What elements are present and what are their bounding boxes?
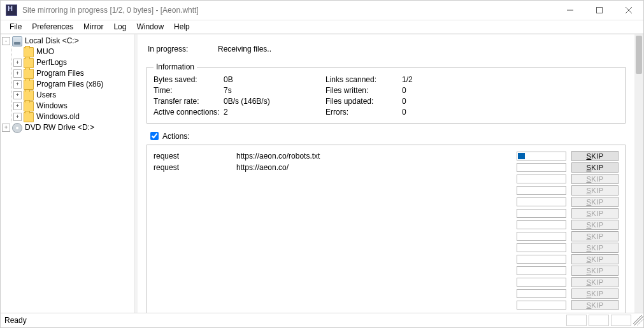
menu-preferences[interactable]: Preferences	[27, 21, 78, 32]
info-value: 0B/s (146B/s)	[224, 97, 326, 106]
folder-icon	[24, 69, 34, 79]
action-progressbar	[517, 255, 566, 264]
tree-item-folder[interactable]: +PerfLogs	[11, 57, 134, 68]
action-progressbar	[517, 301, 566, 310]
skip-button: SKIP	[571, 300, 619, 310]
information-groupbox: Information Bytes saved:0BLinks scanned:…	[147, 62, 626, 124]
action-row: SKIP	[154, 242, 619, 253]
menu-window[interactable]: Window	[131, 21, 169, 32]
action-progressbar	[517, 163, 566, 172]
info-value: 0	[402, 86, 440, 95]
resize-grip-icon[interactable]	[633, 315, 643, 325]
actions-toggle[interactable]: Actions:	[148, 130, 624, 142]
main-panel: In progress: Receiving files.. Informati…	[138, 34, 643, 313]
info-value: 7s	[224, 86, 326, 95]
tree-expander[interactable]: +	[13, 113, 22, 121]
skip-button: SKIP	[571, 208, 619, 218]
action-row: requesthttps://aeon.co/SKIP	[154, 162, 619, 173]
tree-expander[interactable]: +	[13, 102, 22, 110]
scroll-thumb[interactable]	[636, 36, 642, 74]
action-row: SKIP	[154, 196, 619, 208]
tree-expander[interactable]: +	[13, 59, 22, 67]
actions-label[interactable]: Actions:	[162, 132, 190, 141]
action-progressbar	[517, 220, 566, 229]
progress-fill	[518, 153, 525, 159]
action-row: SKIP	[154, 265, 619, 276]
disk-icon	[12, 36, 22, 46]
menu-help[interactable]: Help	[169, 21, 195, 32]
action-progressbar	[517, 243, 566, 252]
action-progressbar	[517, 152, 566, 160]
action-row: SKIP	[154, 276, 619, 288]
maximize-icon	[596, 7, 603, 13]
tree-item-folder[interactable]: +Program Files	[11, 68, 134, 79]
skip-button: SKIP	[571, 254, 619, 264]
tree-expander[interactable]: +	[13, 69, 22, 78]
skip-button[interactable]: SKIP	[571, 162, 619, 173]
tree-expander[interactable]: +	[13, 80, 22, 89]
tree-label: Local Disk <C:>	[25, 36, 79, 46]
app-icon	[6, 4, 17, 16]
in-progress-label: In progress:	[148, 45, 218, 53]
menu-file[interactable]: File	[4, 21, 27, 32]
action-progressbar	[517, 289, 566, 298]
tree-label: MUO	[36, 46, 54, 57]
tree-label: PerfLogs	[36, 57, 67, 68]
tree-item-local-disk[interactable]: - Local Disk <C:>	[2, 36, 134, 46]
info-label: Links scanned:	[326, 75, 402, 84]
tree-item-folder[interactable]: +Users	[11, 90, 134, 101]
info-label: Active connections:	[154, 108, 224, 117]
skip-button[interactable]: SKIP	[571, 151, 619, 161]
menu-log[interactable]: Log	[108, 21, 131, 32]
action-row: SKIP	[154, 208, 619, 219]
tree-item-folder[interactable]: +Program Files (x86)	[11, 79, 134, 90]
tree-item-folder[interactable]: +Windows	[11, 101, 134, 111]
action-row: SKIP	[154, 219, 619, 231]
folder-icon	[24, 47, 34, 57]
actions-checkbox[interactable]	[150, 132, 159, 140]
action-progressbar	[517, 197, 566, 206]
action-progressbar	[517, 232, 566, 241]
tree-item-folder[interactable]: +Windows.old	[11, 111, 134, 122]
action-url: https://aeon.co/	[236, 163, 517, 172]
tree-expander[interactable]: -	[2, 37, 10, 45]
progress-line: In progress: Receiving files..	[148, 45, 624, 53]
tree-expander[interactable]	[13, 48, 22, 56]
folder-icon	[24, 80, 34, 90]
info-label: Errors:	[326, 108, 402, 117]
action-row: SKIP	[154, 299, 619, 311]
status-pane	[611, 315, 631, 326]
info-value: 1/2	[402, 75, 440, 84]
vertical-scrollbar[interactable]	[634, 34, 643, 313]
info-label: Transfer rate:	[154, 97, 224, 106]
sidebar-tree[interactable]: - Local Disk <C:> MUO+PerfLogs+Program F…	[1, 34, 135, 313]
action-row: requesthttps://aeon.co/robots.txtSKIP	[154, 150, 619, 162]
actions-box: requesthttps://aeon.co/robots.txtSKIPreq…	[147, 145, 626, 313]
skip-button: SKIP	[571, 231, 619, 241]
titlebar[interactable]: Site mirroring in progress [1/2, 0 bytes…	[1, 1, 643, 20]
tree-label: Windows	[36, 101, 68, 111]
info-label: Files updated:	[326, 97, 402, 106]
status-text: Ready	[4, 316, 27, 325]
info-label: Time:	[154, 86, 224, 95]
folder-icon	[24, 90, 34, 101]
tree-item-folder[interactable]: MUO	[11, 46, 134, 57]
tree-expander[interactable]: +	[13, 91, 22, 99]
status-pane	[589, 315, 609, 326]
tree-item-dvd[interactable]: + DVD RW Drive <D:>	[2, 122, 134, 133]
in-progress-value: Receiving files..	[218, 45, 271, 53]
menu-mirror[interactable]: Mirror	[78, 21, 108, 32]
minimize-button[interactable]	[555, 1, 585, 20]
action-row: SKIP	[154, 288, 619, 299]
tree-expander[interactable]: +	[2, 124, 10, 132]
window-title: Site mirroring in progress [1/2, 0 bytes…	[22, 6, 199, 15]
close-button[interactable]	[614, 1, 643, 20]
folder-icon	[24, 101, 34, 111]
maximize-button[interactable]	[585, 1, 614, 20]
action-progressbar	[517, 266, 566, 275]
skip-button: SKIP	[571, 289, 619, 299]
action-row: SKIP	[154, 173, 619, 185]
tree-label: Program Files	[36, 68, 84, 79]
information-legend: Information	[154, 62, 197, 71]
action-progressbar	[517, 278, 566, 287]
